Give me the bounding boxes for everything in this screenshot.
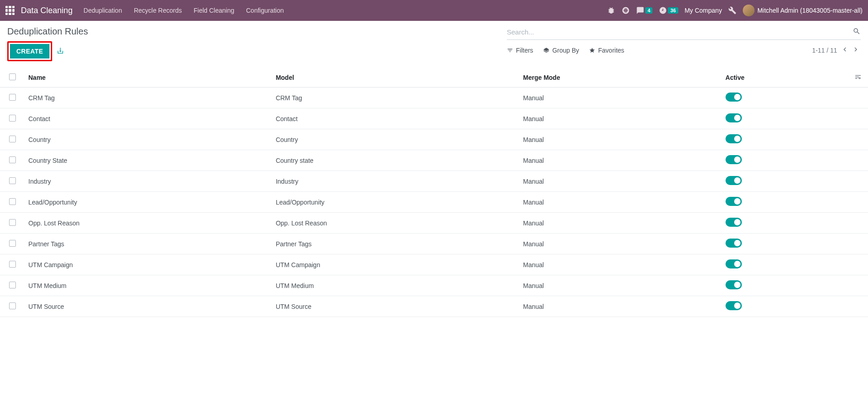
search-icon[interactable] — [853, 27, 861, 37]
nav-field-cleaning[interactable]: Field Cleaning — [194, 7, 235, 14]
cell-merge-mode: Manual — [520, 234, 722, 254]
cell-merge-mode: Manual — [520, 213, 722, 234]
table-row[interactable]: Opp. Lost Reason Opp. Lost Reason Manual — [0, 213, 868, 234]
row-checkbox[interactable] — [9, 261, 16, 268]
cell-name: Partner Tags — [25, 234, 272, 254]
row-checkbox[interactable] — [9, 303, 16, 309]
create-highlight: CREATE — [7, 41, 52, 61]
row-checkbox[interactable] — [9, 198, 16, 205]
layers-icon — [543, 47, 549, 54]
row-checkbox[interactable] — [9, 219, 16, 226]
user-name: Mitchell Admin (18043005-master-all) — [757, 7, 863, 14]
nav-deduplication[interactable]: Deduplication — [83, 7, 122, 14]
support-icon[interactable] — [622, 6, 630, 15]
rules-table: Name Model Merge Mode Active CRM Tag CRM… — [0, 68, 868, 317]
table-row[interactable]: Country Country Manual — [0, 129, 868, 150]
table-row[interactable]: Industry Industry Manual — [0, 171, 868, 192]
active-toggle[interactable] — [726, 93, 742, 102]
export-icon[interactable] — [57, 47, 64, 56]
active-toggle[interactable] — [726, 155, 742, 164]
nav-configuration[interactable]: Configuration — [246, 7, 284, 14]
messages-icon[interactable]: 4 — [636, 6, 652, 15]
bug-icon[interactable] — [607, 6, 615, 15]
cell-model: Lead/Opportunity — [272, 192, 520, 213]
cell-model: Opp. Lost Reason — [272, 213, 520, 234]
table-row[interactable]: UTM Source UTM Source Manual — [0, 296, 868, 317]
cell-model: Partner Tags — [272, 234, 520, 254]
cell-name: Contact — [25, 108, 272, 129]
messages-badge: 4 — [645, 7, 652, 14]
search-input[interactable] — [507, 26, 853, 38]
avatar — [743, 5, 755, 16]
cell-model: UTM Medium — [272, 275, 520, 296]
table-row[interactable]: CRM Tag CRM Tag Manual — [0, 88, 868, 108]
row-checkbox[interactable] — [9, 240, 16, 247]
optional-columns-icon[interactable] — [854, 74, 862, 82]
pager-text: 1-11 / 11 — [812, 47, 837, 54]
table-row[interactable]: Contact Contact Manual — [0, 108, 868, 129]
tools-icon[interactable] — [728, 6, 736, 15]
active-toggle[interactable] — [726, 197, 742, 206]
row-checkbox[interactable] — [9, 177, 16, 184]
activities-badge: 36 — [668, 7, 678, 14]
cell-name: Lead/Opportunity — [25, 192, 272, 213]
chevron-left-icon — [841, 45, 849, 54]
table-row[interactable]: UTM Medium UTM Medium Manual — [0, 275, 868, 296]
active-toggle[interactable] — [726, 280, 742, 289]
active-toggle[interactable] — [726, 176, 742, 185]
row-checkbox[interactable] — [9, 282, 16, 288]
top-navbar: Data Cleaning Deduplication Recycle Reco… — [0, 0, 868, 21]
cell-name: Country State — [25, 150, 272, 171]
funnel-icon — [507, 47, 513, 54]
groupby-label: Group By — [552, 47, 579, 54]
select-all-checkbox[interactable] — [9, 73, 16, 80]
apps-icon[interactable] — [5, 6, 15, 15]
cell-model: UTM Source — [272, 296, 520, 317]
cell-model: CRM Tag — [272, 88, 520, 108]
favorites-label: Favorites — [598, 47, 624, 54]
favorites-dropdown[interactable]: Favorites — [589, 47, 624, 54]
active-toggle[interactable] — [726, 239, 742, 248]
active-toggle[interactable] — [726, 259, 742, 268]
cell-model: Country — [272, 129, 520, 150]
row-checkbox[interactable] — [9, 115, 16, 122]
row-checkbox[interactable] — [9, 156, 16, 163]
user-menu[interactable]: Mitchell Admin (18043005-master-all) — [743, 5, 863, 16]
cell-merge-mode: Manual — [520, 275, 722, 296]
active-toggle[interactable] — [726, 113, 742, 122]
cell-model: Country state — [272, 150, 520, 171]
cell-name: UTM Campaign — [25, 254, 272, 275]
col-header-model[interactable]: Model — [272, 68, 520, 88]
table-row[interactable]: UTM Campaign UTM Campaign Manual — [0, 254, 868, 275]
col-header-active[interactable]: Active — [722, 68, 846, 88]
create-button[interactable]: CREATE — [10, 44, 49, 59]
star-icon — [589, 47, 595, 54]
table-row[interactable]: Lead/Opportunity Lead/Opportunity Manual — [0, 192, 868, 213]
cell-merge-mode: Manual — [520, 296, 722, 317]
table-row[interactable]: Country State Country state Manual — [0, 150, 868, 171]
cell-merge-mode: Manual — [520, 254, 722, 275]
active-toggle[interactable] — [726, 218, 742, 227]
active-toggle[interactable] — [726, 301, 742, 310]
groupby-dropdown[interactable]: Group By — [543, 47, 579, 54]
pager-prev[interactable] — [840, 44, 850, 56]
activities-icon[interactable]: 36 — [659, 6, 678, 15]
col-header-name[interactable]: Name — [25, 68, 272, 88]
filters-dropdown[interactable]: Filters — [507, 47, 533, 54]
col-header-merge-mode[interactable]: Merge Mode — [520, 68, 722, 88]
app-brand[interactable]: Data Cleaning — [21, 6, 73, 15]
table-row[interactable]: Partner Tags Partner Tags Manual — [0, 234, 868, 254]
pager-next[interactable] — [851, 44, 861, 56]
cell-model: UTM Campaign — [272, 254, 520, 275]
active-toggle[interactable] — [726, 134, 742, 143]
row-checkbox[interactable] — [9, 136, 16, 142]
cell-model: Contact — [272, 108, 520, 129]
row-checkbox[interactable] — [9, 94, 16, 101]
cell-merge-mode: Manual — [520, 171, 722, 192]
cell-model: Industry — [272, 171, 520, 192]
cell-merge-mode: Manual — [520, 129, 722, 150]
search-bar — [507, 26, 861, 40]
nav-recycle-records[interactable]: Recycle Records — [134, 7, 182, 14]
company-switcher[interactable]: My Company — [685, 7, 722, 14]
chevron-right-icon — [852, 45, 860, 54]
